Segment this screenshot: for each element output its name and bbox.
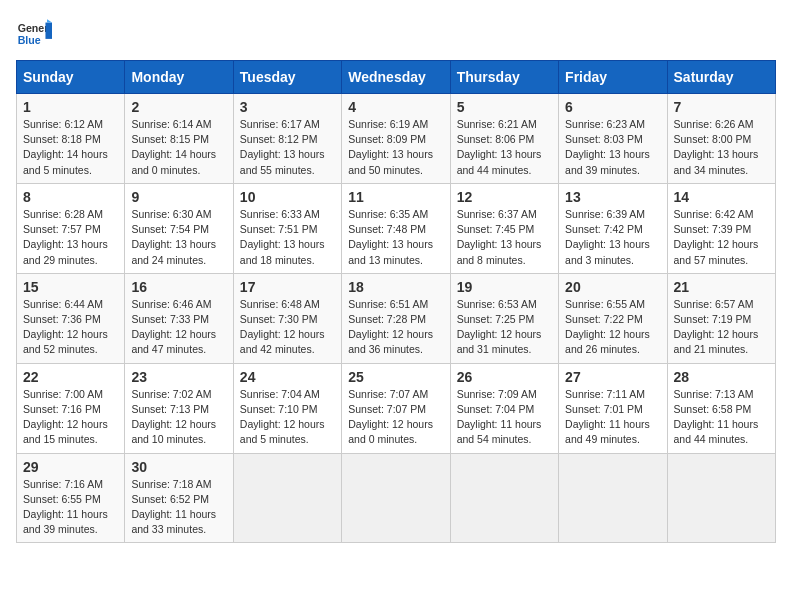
day-22: 22Sunrise: 7:00 AM Sunset: 7:16 PM Dayli…: [17, 363, 125, 453]
svg-text:Blue: Blue: [18, 34, 41, 46]
day-6: 6Sunrise: 6:23 AM Sunset: 8:03 PM Daylig…: [559, 94, 667, 184]
day-14: 14Sunrise: 6:42 AM Sunset: 7:39 PM Dayli…: [667, 183, 775, 273]
day-13: 13Sunrise: 6:39 AM Sunset: 7:42 PM Dayli…: [559, 183, 667, 273]
day-7: 7Sunrise: 6:26 AM Sunset: 8:00 PM Daylig…: [667, 94, 775, 184]
header-cell-tuesday: Tuesday: [233, 61, 341, 94]
day-21: 21Sunrise: 6:57 AM Sunset: 7:19 PM Dayli…: [667, 273, 775, 363]
day-30: 30Sunrise: 7:18 AM Sunset: 6:52 PM Dayli…: [125, 453, 233, 543]
day-3: 3Sunrise: 6:17 AM Sunset: 8:12 PM Daylig…: [233, 94, 341, 184]
header-row: SundayMondayTuesdayWednesdayThursdayFrid…: [17, 61, 776, 94]
calendar-week-4: 29Sunrise: 7:16 AM Sunset: 6:55 PM Dayli…: [17, 453, 776, 543]
header-cell-sunday: Sunday: [17, 61, 125, 94]
day-29: 29Sunrise: 7:16 AM Sunset: 6:55 PM Dayli…: [17, 453, 125, 543]
calendar-week-1: 8Sunrise: 6:28 AM Sunset: 7:57 PM Daylig…: [17, 183, 776, 273]
day-17: 17Sunrise: 6:48 AM Sunset: 7:30 PM Dayli…: [233, 273, 341, 363]
day-8: 8Sunrise: 6:28 AM Sunset: 7:57 PM Daylig…: [17, 183, 125, 273]
calendar-table: SundayMondayTuesdayWednesdayThursdayFrid…: [16, 60, 776, 543]
day-11: 11Sunrise: 6:35 AM Sunset: 7:48 PM Dayli…: [342, 183, 450, 273]
calendar-header: SundayMondayTuesdayWednesdayThursdayFrid…: [17, 61, 776, 94]
day-12: 12Sunrise: 6:37 AM Sunset: 7:45 PM Dayli…: [450, 183, 558, 273]
day-26: 26Sunrise: 7:09 AM Sunset: 7:04 PM Dayli…: [450, 363, 558, 453]
empty-cell-3-5: [559, 453, 667, 543]
header-cell-friday: Friday: [559, 61, 667, 94]
day-25: 25Sunrise: 7:07 AM Sunset: 7:07 PM Dayli…: [342, 363, 450, 453]
day-23: 23Sunrise: 7:02 AM Sunset: 7:13 PM Dayli…: [125, 363, 233, 453]
empty-cell-3-4: [450, 453, 558, 543]
svg-marker-2: [45, 23, 52, 39]
day-24: 24Sunrise: 7:04 AM Sunset: 7:10 PM Dayli…: [233, 363, 341, 453]
header-cell-wednesday: Wednesday: [342, 61, 450, 94]
day-4: 4Sunrise: 6:19 AM Sunset: 8:09 PM Daylig…: [342, 94, 450, 184]
day-19: 19Sunrise: 6:53 AM Sunset: 7:25 PM Dayli…: [450, 273, 558, 363]
empty-cell-3-2: [233, 453, 341, 543]
day-18: 18Sunrise: 6:51 AM Sunset: 7:28 PM Dayli…: [342, 273, 450, 363]
logo-icon: General Blue: [16, 16, 52, 52]
header-cell-thursday: Thursday: [450, 61, 558, 94]
page-header: General Blue: [16, 16, 776, 52]
day-2: 2Sunrise: 6:14 AM Sunset: 8:15 PM Daylig…: [125, 94, 233, 184]
header-cell-saturday: Saturday: [667, 61, 775, 94]
day-27: 27Sunrise: 7:11 AM Sunset: 7:01 PM Dayli…: [559, 363, 667, 453]
header-cell-monday: Monday: [125, 61, 233, 94]
calendar-week-0: 1Sunrise: 6:12 AM Sunset: 8:18 PM Daylig…: [17, 94, 776, 184]
day-28: 28Sunrise: 7:13 AM Sunset: 6:58 PM Dayli…: [667, 363, 775, 453]
day-16: 16Sunrise: 6:46 AM Sunset: 7:33 PM Dayli…: [125, 273, 233, 363]
day-1: 1Sunrise: 6:12 AM Sunset: 8:18 PM Daylig…: [17, 94, 125, 184]
day-9: 9Sunrise: 6:30 AM Sunset: 7:54 PM Daylig…: [125, 183, 233, 273]
day-10: 10Sunrise: 6:33 AM Sunset: 7:51 PM Dayli…: [233, 183, 341, 273]
calendar-week-2: 15Sunrise: 6:44 AM Sunset: 7:36 PM Dayli…: [17, 273, 776, 363]
day-5: 5Sunrise: 6:21 AM Sunset: 8:06 PM Daylig…: [450, 94, 558, 184]
empty-cell-3-6: [667, 453, 775, 543]
calendar-body: 1Sunrise: 6:12 AM Sunset: 8:18 PM Daylig…: [17, 94, 776, 543]
empty-cell-3-3: [342, 453, 450, 543]
calendar-week-3: 22Sunrise: 7:00 AM Sunset: 7:16 PM Dayli…: [17, 363, 776, 453]
day-20: 20Sunrise: 6:55 AM Sunset: 7:22 PM Dayli…: [559, 273, 667, 363]
day-15: 15Sunrise: 6:44 AM Sunset: 7:36 PM Dayli…: [17, 273, 125, 363]
logo: General Blue: [16, 16, 52, 52]
